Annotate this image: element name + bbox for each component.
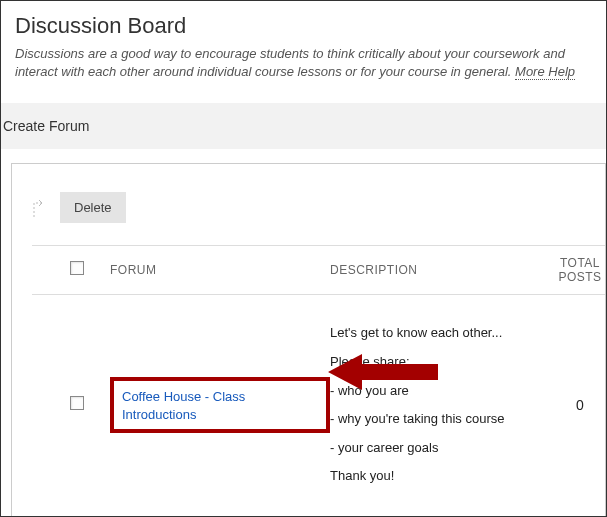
more-help-link[interactable]: More Help <box>515 64 575 80</box>
delete-button[interactable]: Delete <box>60 192 126 223</box>
create-forum-button[interactable]: Create Forum <box>3 118 89 134</box>
forum-description: Let's get to know each other... Please s… <box>330 319 540 491</box>
page-description: Discussions are a good way to encourage … <box>15 45 592 81</box>
reorder-icon[interactable] <box>32 197 50 219</box>
table-row: Coffee House - Class Introductions Let's… <box>32 295 605 515</box>
action-bar: Delete <box>32 192 605 223</box>
desc-line: - why you're taking this course <box>330 405 540 434</box>
forum-link-highlight: Coffee House - Class Introductions <box>110 377 330 433</box>
forums-panel: Delete FORUM DESCRIPTION TOTAL POSTS Cof… <box>11 163 606 517</box>
select-all-checkbox[interactable] <box>70 261 84 275</box>
desc-line: - who you are <box>330 377 540 406</box>
column-description[interactable]: DESCRIPTION <box>330 263 540 277</box>
row-checkbox[interactable] <box>70 396 84 410</box>
desc-line: Please share: <box>330 348 540 377</box>
page-description-text: Discussions are a good way to encourage … <box>15 46 565 79</box>
total-posts-value: 0 <box>540 397 607 413</box>
table-header: FORUM DESCRIPTION TOTAL POSTS <box>32 245 605 295</box>
column-forum[interactable]: FORUM <box>110 263 330 277</box>
forum-title-link[interactable]: Coffee House - Class Introductions <box>122 389 245 422</box>
desc-line: Let's get to know each other... <box>330 319 540 348</box>
desc-line: Thank you! <box>330 462 540 491</box>
column-total-posts[interactable]: TOTAL POSTS <box>540 256 607 284</box>
desc-line: - your career goals <box>330 434 540 463</box>
page-title: Discussion Board <box>15 13 592 39</box>
toolbar: Create Forum <box>0 103 607 149</box>
